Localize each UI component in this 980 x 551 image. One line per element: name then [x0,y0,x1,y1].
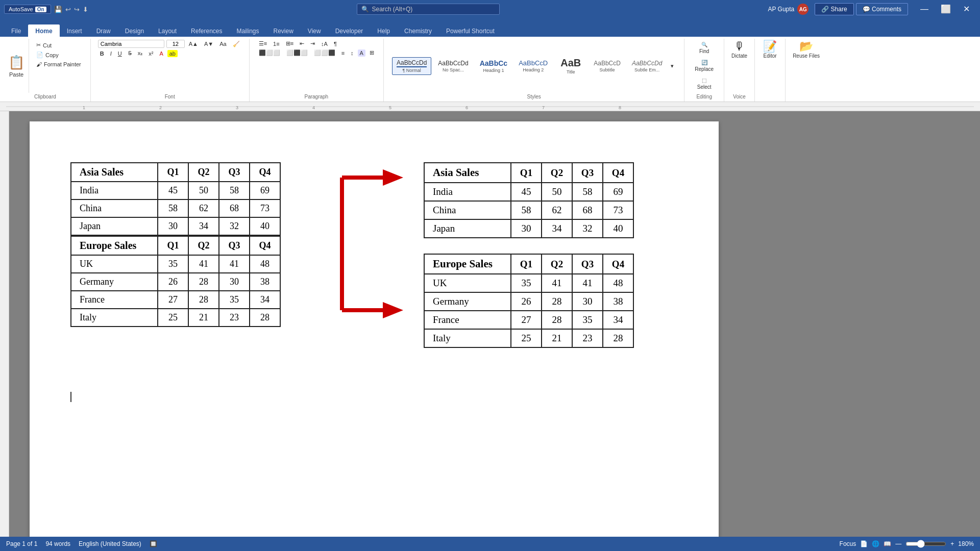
tab-home[interactable]: Home [28,24,59,37]
right-asia-q4: Q4 [603,163,633,183]
share-button[interactable]: 🔗 Share [815,3,853,15]
format-painter-button[interactable]: 🖌 Format Painter [34,60,83,68]
web-layout-icon[interactable]: 🌐 [872,540,879,547]
align-left-button[interactable]: ⬛⬜⬜ [257,49,282,57]
bullet-list-button[interactable]: ☰≡ [257,40,269,47]
styles-more-button[interactable]: ▾ [669,62,676,70]
bold-button[interactable]: B [98,50,106,57]
underline-button[interactable]: U [116,50,124,57]
left-europe-q1: Q1 [158,236,188,255]
paste-button[interactable]: 📋 Paste [4,39,29,93]
tab-review[interactable]: Review [266,24,301,37]
find-button[interactable]: 🔍 Find [692,40,717,56]
align-right-button[interactable]: ⬜⬜⬛ [312,49,337,57]
tab-insert[interactable]: Insert [60,24,89,37]
dictate-button[interactable]: 🎙 Dictate [728,39,750,61]
select-icon: ⬚ [702,78,706,83]
paste-label: Paste [9,71,23,78]
select-button[interactable]: ⬚ Select [692,76,717,92]
print-layout-icon[interactable]: 📄 [860,540,868,547]
highlight-button[interactable]: ab [167,50,178,57]
font-color-button[interactable]: A [157,50,165,57]
tab-layout[interactable]: Layout [151,24,184,37]
increase-indent-button[interactable]: ⇥ [308,40,317,47]
focus-label[interactable]: Focus [840,540,856,547]
strikethrough-button[interactable]: S̶ [126,49,134,57]
superscript-button[interactable]: x² [146,50,155,57]
window-controls: — ⬜ ✕ [914,0,976,18]
font-grow-button[interactable]: A▲ [187,40,200,47]
editor-group: 📝 Editor [755,39,786,102]
minimize-button[interactable]: — [914,0,935,18]
doc-area: Asia Sales Q1 Q2 Q3 Q4 India 45 50 58 69 [0,111,980,551]
tab-powerful-shortcut[interactable]: Powerful Shortcut [439,24,502,37]
font-size-input[interactable] [166,40,185,48]
style-no-spacing[interactable]: AaBbCcDd No Spac... [433,58,473,74]
comments-button[interactable]: 💬 Comments [856,3,908,15]
undo-icon[interactable]: ↩ [65,6,71,13]
close-button[interactable]: ✕ [957,0,976,18]
tab-references[interactable]: References [184,24,229,37]
left-tables: Asia Sales Q1 Q2 Q3 Q4 India 45 50 58 69 [70,162,281,327]
copy-button[interactable]: 📄 Copy [34,51,83,59]
tab-mailings[interactable]: Mailings [229,24,266,37]
subscript-button[interactable]: x₂ [136,49,145,57]
left-europe-italy: Italy [71,309,158,327]
table-row: India 45 50 58 69 [424,183,633,201]
reuse-files-button[interactable]: 📂 Reuse Files [790,39,823,61]
style-title[interactable]: AaB Title [554,55,587,77]
autosave-toggle[interactable]: AutoSave On [4,5,51,14]
shading-button[interactable]: A [358,49,365,57]
font-name-input[interactable] [98,40,164,48]
clear-format-button[interactable]: 🧹 [231,40,242,48]
tab-view[interactable]: View [301,24,328,37]
sort-button[interactable]: ↕A [319,40,330,47]
decrease-indent-button[interactable]: ⇤ [298,40,306,47]
style-heading1[interactable]: AaBbCc Heading 1 [475,57,512,75]
style-normal[interactable]: AaBbCcDd ¶ Normal [392,57,431,75]
paragraph-group: ☰≡ 1≡ ⊞≡ ⇤ ⇥ ↕A ¶ ⬛⬜⬜ ⬜⬛⬜ ⬜⬜⬛ ≡ ↕ A ⊞ [250,39,384,102]
tab-developer[interactable]: Developer [328,24,371,37]
replace-button[interactable]: 🔄 Replace [692,58,717,74]
style-subtle-em[interactable]: AaBbCcDd Subtle Em... [627,58,667,74]
save-icon[interactable]: 💾 [54,6,62,13]
table-row: Italy 25 21 23 28 [71,309,280,327]
align-center-button[interactable]: ⬜⬛⬜ [284,49,310,57]
zoom-in-icon[interactable]: + [950,540,954,547]
read-mode-icon[interactable]: 📖 [884,540,891,547]
style-heading2-label: Heading 2 [523,67,544,72]
borders-button[interactable]: ⊞ [368,49,376,57]
redo-icon[interactable]: ↪ [74,6,80,13]
style-heading2[interactable]: AaBbCcD Heading 2 [514,57,552,74]
left-europe-table: Europe Sales Q1 Q2 Q3 Q4 UK 35 41 41 48 [70,236,281,327]
right-europe-title: Europe Sales [424,254,511,274]
clipboard-group: 📋 Paste ✂ Cut 📄 Copy 🖌 Format Painter Cl… [0,39,91,102]
font-shrink-button[interactable]: A▼ [202,40,215,47]
search-bar[interactable]: 🔍 Search (Alt+Q) [357,4,500,15]
editor-label: Editor [764,53,777,59]
justify-button[interactable]: ≡ [339,49,347,57]
style-subtitle[interactable]: AaBbCcD Subtitle [589,58,625,74]
cut-button[interactable]: ✂ Cut [34,41,83,49]
tab-chemistry[interactable]: Chemistry [397,24,439,37]
tab-draw[interactable]: Draw [89,24,118,37]
zoom-level[interactable]: 180% [958,540,974,547]
tab-file[interactable]: File [4,24,28,37]
tab-help[interactable]: Help [370,24,397,37]
line-spacing-button[interactable]: ↕ [349,49,356,57]
find-label: Find [699,48,709,54]
show-marks-button[interactable]: ¶ [332,40,339,47]
multilevel-list-button[interactable]: ⊞≡ [284,40,296,47]
restore-button[interactable]: ⬜ [935,0,957,18]
zoom-slider[interactable] [905,540,946,548]
table-row: France 27 28 35 34 [71,291,280,309]
font-case-button[interactable]: Aa [217,40,228,47]
numbered-list-button[interactable]: 1≡ [271,40,282,47]
cursor [70,392,71,402]
editor-button[interactable]: 📝 Editor [760,39,780,61]
italic-button[interactable]: I [108,50,114,57]
editing-controls: 🔍 Find 🔄 Replace ⬚ Select [689,39,720,93]
zoom-out-icon[interactable]: — [895,540,901,547]
tab-design[interactable]: Design [118,24,151,37]
auto-save-options-icon[interactable]: ⬇ [83,6,88,13]
